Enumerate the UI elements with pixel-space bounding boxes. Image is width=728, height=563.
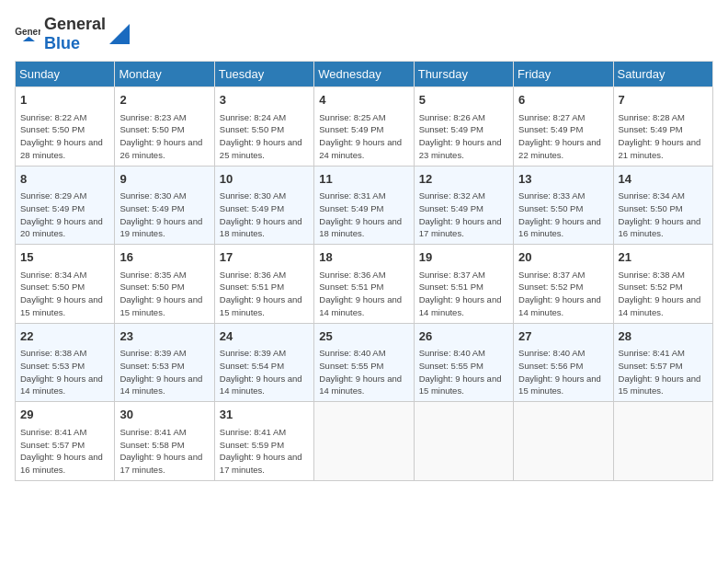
day-number: 2 <box>119 91 209 109</box>
calendar-cell: 20 Sunrise: 8:37 AM Sunset: 5:52 PM Dayl… <box>514 245 613 324</box>
day-info: Sunrise: 8:37 AM Sunset: 5:52 PM Dayligh… <box>518 269 608 319</box>
day-info: Sunrise: 8:34 AM Sunset: 5:50 PM Dayligh… <box>20 269 109 319</box>
day-info: Sunrise: 8:25 AM Sunset: 5:49 PM Dayligh… <box>319 111 408 162</box>
day-info: Sunrise: 8:27 AM Sunset: 5:49 PM Dayligh… <box>518 111 608 162</box>
calendar-cell: 26 Sunrise: 8:40 AM Sunset: 5:55 PM Dayl… <box>414 323 513 402</box>
calendar-cell <box>613 402 712 481</box>
logo-blue-text: Blue <box>44 34 80 52</box>
weekday-header-monday: Monday <box>115 62 214 87</box>
day-number: 8 <box>20 170 109 189</box>
calendar-cell: 1 Sunrise: 8:22 AM Sunset: 5:50 PM Dayli… <box>16 87 115 167</box>
day-number: 15 <box>20 248 109 267</box>
calendar-cell <box>514 402 613 481</box>
day-number: 21 <box>619 248 708 267</box>
calendar-cell: 29 Sunrise: 8:41 AM Sunset: 5:57 PM Dayl… <box>16 402 115 481</box>
calendar-table: SundayMondayTuesdayWednesdayThursdayFrid… <box>15 61 713 481</box>
day-info: Sunrise: 8:32 AM Sunset: 5:49 PM Dayligh… <box>419 190 508 240</box>
day-number: 10 <box>220 170 309 189</box>
calendar-cell: 13 Sunrise: 8:33 AM Sunset: 5:50 PM Dayl… <box>514 166 613 245</box>
day-number: 14 <box>619 170 708 189</box>
calendar-cell: 28 Sunrise: 8:41 AM Sunset: 5:57 PM Dayl… <box>613 323 712 402</box>
logo-general-text: General <box>44 15 106 33</box>
calendar-cell: 5 Sunrise: 8:26 AM Sunset: 5:49 PM Dayli… <box>414 87 513 167</box>
weekday-header-friday: Friday <box>514 62 613 87</box>
day-info: Sunrise: 8:39 AM Sunset: 5:54 PM Dayligh… <box>220 347 309 397</box>
calendar-cell: 18 Sunrise: 8:36 AM Sunset: 5:51 PM Dayl… <box>314 245 414 324</box>
day-info: Sunrise: 8:38 AM Sunset: 5:53 PM Dayligh… <box>20 347 109 397</box>
day-number: 28 <box>619 327 708 346</box>
day-number: 11 <box>319 170 408 189</box>
day-number: 18 <box>319 248 408 267</box>
calendar-cell: 27 Sunrise: 8:40 AM Sunset: 5:56 PM Dayl… <box>514 323 613 402</box>
day-info: Sunrise: 8:40 AM Sunset: 5:56 PM Dayligh… <box>518 347 608 397</box>
weekday-header-thursday: Thursday <box>414 62 513 87</box>
day-info: Sunrise: 8:41 AM Sunset: 5:57 PM Dayligh… <box>20 426 109 477</box>
day-info: Sunrise: 8:24 AM Sunset: 5:50 PM Dayligh… <box>220 111 309 162</box>
calendar-cell: 23 Sunrise: 8:39 AM Sunset: 5:53 PM Dayl… <box>115 323 214 402</box>
calendar-week-3: 15 Sunrise: 8:34 AM Sunset: 5:50 PM Dayl… <box>16 245 713 324</box>
calendar-week-2: 8 Sunrise: 8:29 AM Sunset: 5:49 PM Dayli… <box>16 166 713 245</box>
calendar-cell: 9 Sunrise: 8:30 AM Sunset: 5:49 PM Dayli… <box>115 166 214 245</box>
day-number: 23 <box>119 327 209 346</box>
day-info: Sunrise: 8:41 AM Sunset: 5:59 PM Dayligh… <box>220 426 309 477</box>
day-info: Sunrise: 8:41 AM Sunset: 5:58 PM Dayligh… <box>119 426 209 477</box>
day-number: 16 <box>119 248 209 267</box>
day-info: Sunrise: 8:26 AM Sunset: 5:49 PM Dayligh… <box>419 111 508 162</box>
day-info: Sunrise: 8:33 AM Sunset: 5:50 PM Dayligh… <box>518 190 608 240</box>
day-info: Sunrise: 8:28 AM Sunset: 5:49 PM Dayligh… <box>619 111 708 162</box>
day-number: 13 <box>518 170 608 189</box>
day-number: 24 <box>220 327 309 346</box>
day-info: Sunrise: 8:34 AM Sunset: 5:50 PM Dayligh… <box>619 190 708 240</box>
calendar-cell: 17 Sunrise: 8:36 AM Sunset: 5:51 PM Dayl… <box>214 245 313 324</box>
day-number: 31 <box>220 406 309 424</box>
calendar-cell: 31 Sunrise: 8:41 AM Sunset: 5:59 PM Dayl… <box>214 402 313 481</box>
day-info: Sunrise: 8:35 AM Sunset: 5:50 PM Dayligh… <box>119 269 209 319</box>
calendar-cell: 10 Sunrise: 8:30 AM Sunset: 5:49 PM Dayl… <box>214 166 313 245</box>
day-number: 4 <box>319 91 408 109</box>
calendar-cell: 2 Sunrise: 8:23 AM Sunset: 5:50 PM Dayli… <box>115 87 214 167</box>
day-info: Sunrise: 8:37 AM Sunset: 5:51 PM Dayligh… <box>419 269 508 319</box>
day-info: Sunrise: 8:36 AM Sunset: 5:51 PM Dayligh… <box>220 269 309 319</box>
calendar-cell: 11 Sunrise: 8:31 AM Sunset: 5:49 PM Dayl… <box>314 166 414 245</box>
weekday-header-wednesday: Wednesday <box>314 62 414 87</box>
weekday-header-sunday: Sunday <box>16 62 115 87</box>
day-info: Sunrise: 8:39 AM Sunset: 5:53 PM Dayligh… <box>119 347 209 397</box>
day-info: Sunrise: 8:30 AM Sunset: 5:49 PM Dayligh… <box>119 190 209 240</box>
calendar-week-4: 22 Sunrise: 8:38 AM Sunset: 5:53 PM Dayl… <box>16 323 713 402</box>
day-number: 19 <box>419 248 508 267</box>
weekday-header-saturday: Saturday <box>613 62 712 87</box>
svg-marker-2 <box>109 24 130 44</box>
day-number: 9 <box>119 170 209 189</box>
calendar-cell: 8 Sunrise: 8:29 AM Sunset: 5:49 PM Dayli… <box>16 166 115 245</box>
logo-icon: General <box>15 25 40 43</box>
calendar-week-1: 1 Sunrise: 8:22 AM Sunset: 5:50 PM Dayli… <box>16 87 713 167</box>
svg-text:General: General <box>15 27 40 37</box>
page-header: General General Blue <box>15 15 713 53</box>
calendar-cell: 30 Sunrise: 8:41 AM Sunset: 5:58 PM Dayl… <box>115 402 214 481</box>
day-number: 20 <box>518 248 608 267</box>
day-number: 29 <box>20 406 109 424</box>
logo-triangle-icon <box>109 24 130 44</box>
day-info: Sunrise: 8:41 AM Sunset: 5:57 PM Dayligh… <box>619 347 708 397</box>
day-number: 26 <box>419 327 508 346</box>
day-info: Sunrise: 8:38 AM Sunset: 5:52 PM Dayligh… <box>619 269 708 319</box>
day-info: Sunrise: 8:23 AM Sunset: 5:50 PM Dayligh… <box>119 111 209 162</box>
day-number: 6 <box>518 91 608 109</box>
calendar-cell: 4 Sunrise: 8:25 AM Sunset: 5:49 PM Dayli… <box>314 87 414 167</box>
day-info: Sunrise: 8:31 AM Sunset: 5:49 PM Dayligh… <box>319 190 408 240</box>
calendar-header-row: SundayMondayTuesdayWednesdayThursdayFrid… <box>16 62 713 87</box>
calendar-cell: 16 Sunrise: 8:35 AM Sunset: 5:50 PM Dayl… <box>115 245 214 324</box>
day-info: Sunrise: 8:29 AM Sunset: 5:49 PM Dayligh… <box>20 190 109 240</box>
calendar-cell: 19 Sunrise: 8:37 AM Sunset: 5:51 PM Dayl… <box>414 245 513 324</box>
day-number: 22 <box>20 327 109 346</box>
day-number: 5 <box>419 91 508 109</box>
calendar-cell: 22 Sunrise: 8:38 AM Sunset: 5:53 PM Dayl… <box>16 323 115 402</box>
calendar-cell: 7 Sunrise: 8:28 AM Sunset: 5:49 PM Dayli… <box>613 87 712 167</box>
calendar-cell: 6 Sunrise: 8:27 AM Sunset: 5:49 PM Dayli… <box>514 87 613 167</box>
calendar-cell <box>414 402 513 481</box>
day-info: Sunrise: 8:36 AM Sunset: 5:51 PM Dayligh… <box>319 269 408 319</box>
calendar-cell: 15 Sunrise: 8:34 AM Sunset: 5:50 PM Dayl… <box>16 245 115 324</box>
day-info: Sunrise: 8:22 AM Sunset: 5:50 PM Dayligh… <box>20 111 109 162</box>
calendar-cell: 12 Sunrise: 8:32 AM Sunset: 5:49 PM Dayl… <box>414 166 513 245</box>
day-number: 25 <box>319 327 408 346</box>
